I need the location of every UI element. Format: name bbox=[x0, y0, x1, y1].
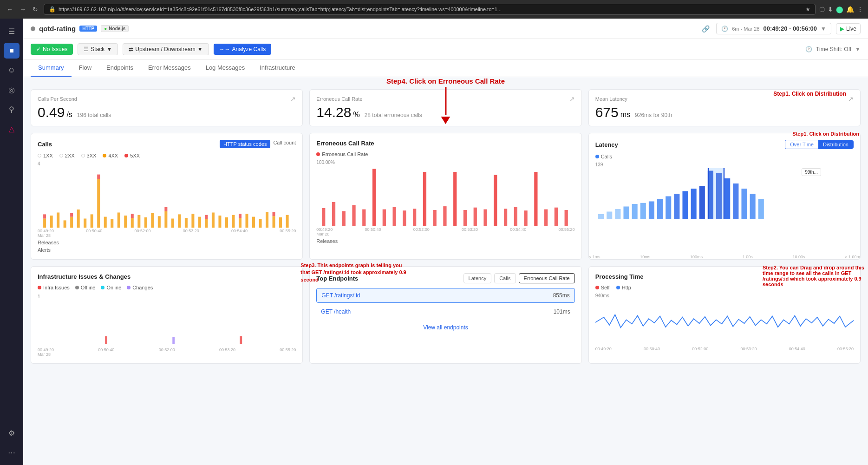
url-text: https://169.62.62.167.nip.io/#/service;s… bbox=[59, 7, 803, 12]
svg-rect-11 bbox=[117, 213, 120, 228]
no-issues-button[interactable]: ✓ No Issues bbox=[31, 44, 73, 55]
endpoint-row-health[interactable]: GET /health 101ms bbox=[316, 305, 574, 319]
sidebar-icon-search[interactable]: ⚲ bbox=[4, 101, 20, 117]
stack-dropdown-icon: ▼ bbox=[106, 46, 112, 52]
proc-title: Processing Time bbox=[595, 273, 644, 280]
time-shift-dropdown[interactable]: ▼ bbox=[855, 46, 861, 52]
over-time-toggle[interactable]: Over Time bbox=[785, 140, 818, 149]
endpoint-tabs: Latency Calls Erroneous Call Rate bbox=[463, 273, 575, 283]
infra-chart-svg bbox=[38, 300, 296, 347]
sidebar-icon-user[interactable]: ☺ bbox=[4, 62, 20, 78]
analyze-calls-button[interactable]: →→ Analyze Calls bbox=[214, 44, 272, 55]
ecr-date-label: Mar 28 bbox=[316, 232, 574, 236]
svg-rect-29 bbox=[239, 218, 241, 228]
erroneous-call-rate-card: Erroneous Call Rate ↗ 14.28 % 28 total e… bbox=[309, 89, 581, 126]
sidebar-icon-settings[interactable]: ⚙ bbox=[4, 425, 20, 441]
svg-rect-77 bbox=[657, 199, 663, 219]
tabs-bar: Summary Flow Endpoints Error Messages Lo… bbox=[23, 59, 868, 77]
upstream-downstream-button[interactable]: ⇄ Upstream / Downstream ▼ bbox=[123, 43, 209, 55]
alerts-link[interactable]: Alerts bbox=[38, 247, 296, 253]
svg-rect-38 bbox=[70, 213, 73, 217]
forward-button[interactable]: → bbox=[18, 5, 28, 14]
call-count-label: Call count bbox=[273, 140, 296, 148]
ml-expand-icon[interactable]: ↗ bbox=[848, 95, 854, 103]
ecr-chart-title: Erroneous Call Rate bbox=[316, 140, 374, 147]
svg-rect-39 bbox=[97, 175, 100, 179]
http-status-codes-button[interactable]: HTTP status codes bbox=[220, 140, 270, 148]
stack-button[interactable]: ☰ Stack ▼ bbox=[78, 43, 118, 55]
link-icon-button[interactable]: 🔗 bbox=[700, 24, 711, 33]
ecr-y-label: 100.00% bbox=[316, 160, 574, 165]
back-button[interactable]: ← bbox=[5, 5, 15, 14]
sidebar-icon-home[interactable]: ■ bbox=[4, 43, 20, 59]
svg-rect-13 bbox=[131, 218, 134, 228]
svg-rect-21 bbox=[185, 218, 188, 228]
infra-date-label: Mar 28 bbox=[38, 352, 296, 357]
sidebar-icon-services[interactable]: ◎ bbox=[4, 82, 20, 98]
cps-expand-icon[interactable]: ↗ bbox=[290, 95, 296, 103]
calls-chart-svg bbox=[38, 167, 296, 228]
svg-rect-43 bbox=[239, 214, 241, 218]
check-icon: ✓ bbox=[36, 46, 41, 52]
svg-rect-19 bbox=[171, 219, 174, 228]
ep-tab-erroneous[interactable]: Erroneous Call Rate bbox=[519, 273, 575, 283]
charts-row: Calls HTTP status codes Call count 1XX 2… bbox=[31, 133, 861, 260]
calls-per-second-card: Calls Per Second ↗ 0.49 /s 196 total cal… bbox=[31, 89, 303, 126]
svg-rect-62 bbox=[494, 175, 497, 227]
latency-chart-legend: Calls bbox=[595, 154, 854, 159]
step4-text: Step4. Click on Erroneous Call Rate bbox=[386, 77, 505, 85]
svg-rect-88 bbox=[750, 194, 755, 219]
sidebar-icon-more[interactable]: ⋯ bbox=[4, 445, 20, 460]
reload-button[interactable]: ↻ bbox=[31, 5, 40, 14]
svg-rect-79 bbox=[674, 194, 679, 219]
svg-rect-44 bbox=[273, 212, 275, 216]
top-endpoints-card: Top Endpoints Latency Calls Erroneous Ca… bbox=[309, 266, 581, 364]
svg-rect-85 bbox=[724, 178, 730, 219]
latency-chart-card: Latency Over Time Distribution Calls 139 bbox=[588, 133, 861, 260]
menu-icon[interactable]: ⋮ bbox=[857, 6, 863, 13]
calls-date-label: Mar 28 bbox=[38, 233, 296, 238]
svg-rect-20 bbox=[178, 214, 181, 228]
svg-rect-33 bbox=[266, 212, 268, 228]
latency-toggle-group: Over Time Distribution bbox=[785, 140, 854, 149]
endpoint-row-ratings[interactable]: GET /ratings/:id 855ms bbox=[316, 288, 574, 303]
tab-error-messages[interactable]: Error Messages bbox=[141, 59, 198, 77]
live-button[interactable]: ▶ Live bbox=[836, 23, 861, 34]
ecr-expand-icon[interactable]: ↗ bbox=[569, 95, 575, 103]
sidebar-icon-alerts[interactable]: △ bbox=[4, 121, 20, 137]
time-display[interactable]: 🕐 6m - Mar 28 00:49:20 - 00:56:00 ▼ bbox=[716, 23, 831, 34]
svg-rect-49 bbox=[362, 210, 365, 226]
view-all-endpoints[interactable]: View all endpoints bbox=[316, 321, 574, 334]
svg-rect-36 bbox=[286, 215, 289, 228]
calls-chart-legend: 1XX 2XX 3XX 4XX 5XX bbox=[38, 153, 296, 158]
releases-link[interactable]: Releases bbox=[38, 240, 296, 245]
tab-endpoints[interactable]: Endpoints bbox=[99, 59, 141, 77]
svg-rect-54 bbox=[413, 209, 416, 226]
tab-flow[interactable]: Flow bbox=[72, 59, 99, 77]
latency-tooltip: 99th... bbox=[802, 168, 821, 176]
svg-rect-31 bbox=[252, 217, 255, 228]
ep-tab-latency[interactable]: Latency bbox=[463, 273, 492, 283]
step3-annotation: Step3. This endpoints graph is telling y… bbox=[300, 262, 412, 283]
svg-rect-75 bbox=[640, 203, 646, 219]
svg-rect-94 bbox=[105, 336, 107, 344]
clock-icon: 🕐 bbox=[721, 26, 728, 32]
svg-rect-27 bbox=[225, 217, 228, 228]
time-value: 00:49:20 - 00:56:00 bbox=[763, 25, 817, 32]
top-header: qotd-rating HTTP ● Node.js 🔗 🕐 6m - Mar … bbox=[23, 19, 868, 39]
svg-rect-76 bbox=[649, 202, 654, 220]
svg-rect-81 bbox=[691, 189, 696, 219]
tab-log-messages[interactable]: Log Messages bbox=[198, 59, 253, 77]
ecr-releases-link[interactable]: Releases bbox=[316, 238, 574, 244]
tab-summary[interactable]: Summary bbox=[31, 59, 72, 77]
sidebar-icon-menu[interactable]: ☰ bbox=[4, 23, 20, 39]
infra-time-labels: 00:49:2000:50:4000:52:0000:53:2000:55:20 bbox=[38, 347, 296, 352]
url-bar[interactable]: 🔒 https://169.62.62.167.nip.io/#/service… bbox=[44, 4, 816, 15]
ep-tab-calls[interactable]: Calls bbox=[494, 273, 516, 283]
time-dropdown-icon[interactable]: ▼ bbox=[821, 26, 826, 32]
proc-chart-svg bbox=[595, 299, 854, 346]
tab-infrastructure[interactable]: Infrastructure bbox=[252, 59, 303, 77]
calls-chart-header: Calls HTTP status codes Call count bbox=[38, 140, 296, 148]
distribution-toggle[interactable]: Distribution bbox=[818, 140, 853, 149]
ecr-chart-legend: Erroneous Call Rate bbox=[316, 151, 574, 157]
